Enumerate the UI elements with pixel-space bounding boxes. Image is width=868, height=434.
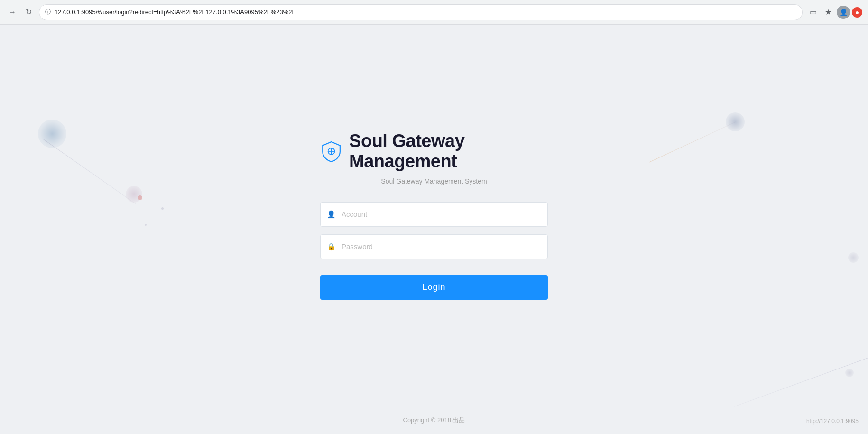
deco-circle-right-mid (848, 252, 859, 263)
login-button[interactable]: Login (320, 275, 548, 300)
deco-circle-right-bottom (845, 369, 854, 377)
bookmark-button[interactable]: ★ (822, 6, 835, 19)
account-input-wrapper: 👤 (320, 202, 548, 227)
password-input[interactable] (320, 234, 548, 259)
login-container: Soul Gateway Management Soul Gateway Man… (320, 131, 548, 300)
deco-dot-small (161, 207, 164, 210)
browser-action-buttons: ▭ ★ 👤 ● (806, 6, 862, 19)
deco-line-left (43, 139, 136, 204)
close-button[interactable]: ● (852, 7, 862, 18)
back-button[interactable]: → (6, 6, 19, 19)
cast-button[interactable]: ▭ (806, 6, 820, 19)
deco-circle-left-large (38, 120, 66, 148)
footer-link[interactable]: http://127.0.0.1:9095 (806, 418, 859, 425)
login-page: Soul Gateway Management Soul Gateway Man… (0, 25, 868, 434)
account-field-group: 👤 (320, 202, 548, 227)
footer: Copyright © 2018 出品 (0, 416, 868, 425)
password-input-wrapper: 🔒 (320, 234, 548, 259)
app-subtitle: Soul Gateway Management System (381, 177, 487, 185)
security-icon: ⓘ (45, 8, 51, 16)
app-title: Soul Gateway Management (349, 131, 548, 172)
profile-button[interactable]: 👤 (837, 6, 850, 19)
account-input[interactable] (320, 202, 548, 227)
url-text: 127.0.0.1:9095/#/user/login?redirect=htt… (55, 9, 295, 16)
app-logo-icon (320, 139, 342, 164)
deco-dot-pink (138, 195, 142, 200)
deco-dot-tiny (145, 224, 147, 226)
deco-line-right-top (649, 122, 736, 162)
logo-area: Soul Gateway Management (320, 131, 548, 172)
deco-line-right-bottom (734, 358, 868, 407)
password-field-group: 🔒 (320, 234, 548, 259)
copyright-text: Copyright © 2018 出品 (403, 416, 465, 424)
browser-chrome: → ↻ ⓘ 127.0.0.1:9095/#/user/login?redire… (0, 0, 868, 25)
refresh-button[interactable]: ↻ (22, 6, 35, 19)
address-bar[interactable]: ⓘ 127.0.0.1:9095/#/user/login?redirect=h… (39, 4, 803, 20)
nav-buttons: → ↻ (6, 6, 35, 19)
